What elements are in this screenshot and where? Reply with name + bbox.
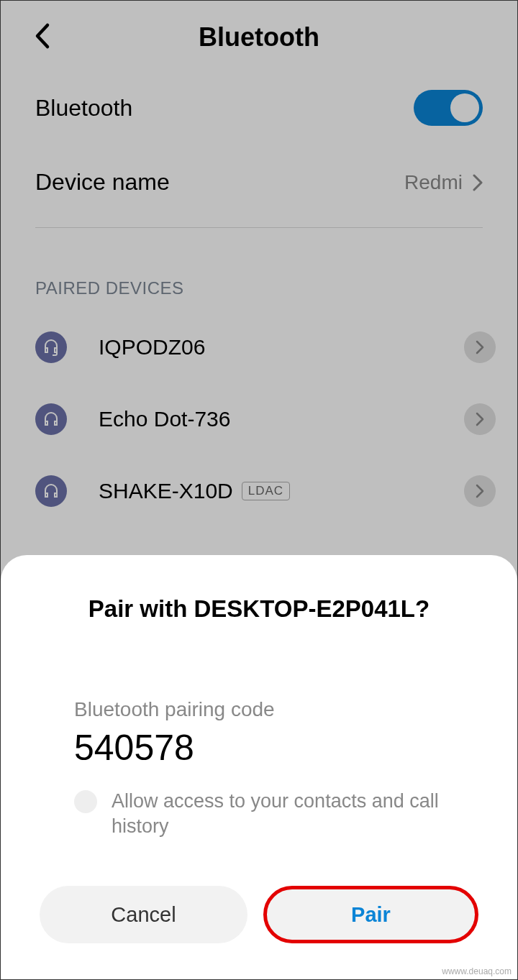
- pair-button[interactable]: Pair: [263, 886, 478, 943]
- modal-title: Pair with DESKTOP-E2P041L?: [35, 595, 483, 623]
- allow-contacts-label: Allow access to your contacts and call h…: [112, 789, 483, 839]
- pairing-modal: Pair with DESKTOP-E2P041L? Bluetooth pai…: [1, 555, 517, 979]
- allow-contacts-row[interactable]: Allow access to your contacts and call h…: [35, 789, 483, 839]
- pairing-code-value: 540578: [35, 727, 483, 769]
- modal-buttons: Cancel Pair: [35, 886, 483, 943]
- pairing-code-label: Bluetooth pairing code: [35, 698, 483, 721]
- watermark: wwww.deuaq.com: [442, 966, 512, 976]
- cancel-button[interactable]: Cancel: [40, 886, 247, 943]
- allow-contacts-checkbox[interactable]: [74, 790, 97, 813]
